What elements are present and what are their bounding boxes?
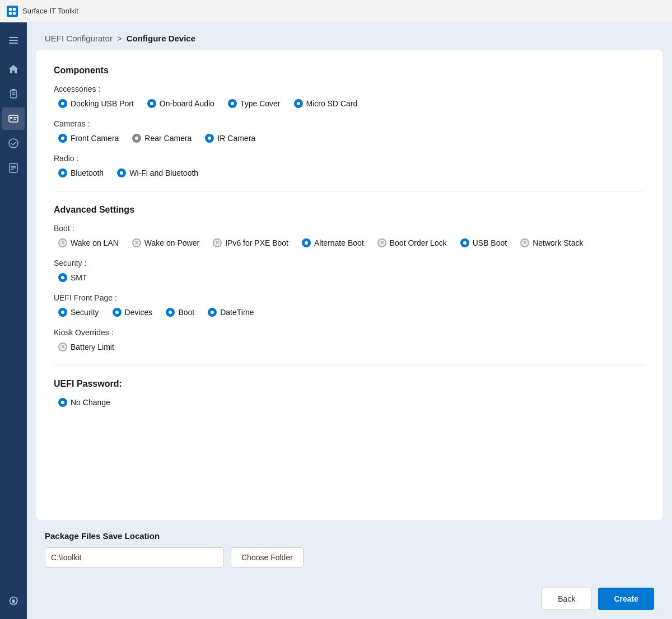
sidebar-item-settings[interactable] (2, 590, 25, 612)
components-section: Components Accessories : Docking USB Por… (54, 65, 645, 177)
label-battery-limit: Battery Limit (71, 343, 114, 351)
radio-micro-sd-card (294, 99, 303, 108)
uefi-front-page-group: UEFI Front Page : Security Devices Bo (54, 293, 645, 317)
label-boot-order-lock: Boot Order Lock (390, 238, 447, 247)
breadcrumb: UEFI Configurator > Configure Device (27, 22, 672, 50)
option-rear-camera[interactable]: Rear Camera (132, 134, 192, 143)
back-button[interactable]: Back (542, 588, 591, 610)
option-datetime-fp[interactable]: DateTime (208, 308, 254, 317)
label-usb-boot: USB Boot (473, 238, 507, 247)
create-button[interactable]: Create (598, 588, 654, 610)
bottom-section: Package Files Save Location Choose Folde… (27, 520, 672, 579)
save-location-title: Package Files Save Location (45, 531, 654, 541)
svg-rect-2 (9, 11, 12, 14)
label-front-camera: Front Camera (71, 134, 119, 143)
option-type-cover[interactable]: Type Cover (228, 99, 281, 108)
option-onboard-audio[interactable]: On-board Audio (147, 99, 214, 108)
option-boot-fp[interactable]: Boot (166, 308, 194, 317)
cameras-label: Cameras : (54, 119, 645, 128)
radio-onboard-audio (147, 99, 156, 108)
radio-rear-camera (132, 134, 141, 143)
cameras-group: Cameras : Front Camera Rear Camera IR (54, 119, 645, 143)
hamburger-menu[interactable] (2, 29, 25, 51)
breadcrumb-separator: > (117, 34, 122, 43)
option-smt[interactable]: SMT (58, 273, 87, 282)
label-security-fp: Security (71, 308, 99, 317)
radio-ipv6-pxe-boot: ✕ (213, 238, 222, 247)
sidebar-item-uefi[interactable] (2, 107, 25, 130)
label-rear-camera: Rear Camera (144, 134, 192, 143)
uefi-password-options: No Change (54, 398, 645, 407)
sidebar-item-home[interactable] (2, 58, 25, 81)
content-area: UEFI Configurator > Configure Device Com… (27, 22, 672, 619)
option-no-change[interactable]: No Change (58, 398, 110, 407)
svg-rect-1 (13, 7, 16, 10)
sidebar (0, 22, 27, 619)
kiosk-overrides-group: Kiosk Overrides : ✕ Battery Limit (54, 328, 645, 351)
radio-wake-on-lan: ✕ (58, 238, 67, 247)
label-smt: SMT (71, 273, 87, 282)
accessories-label: Accessories : (54, 85, 645, 93)
option-battery-limit[interactable]: ✕ Battery Limit (58, 343, 114, 351)
radio-options: Bluetooth Wi-Fi and Bluetooth (54, 168, 645, 177)
label-network-stack: Network Stack (533, 238, 583, 247)
option-wake-on-lan[interactable]: ✕ Wake on LAN (58, 238, 119, 247)
security-options: SMT (54, 273, 645, 282)
advanced-title: Advanced Settings (54, 205, 645, 215)
radio-security-fp (58, 308, 67, 317)
option-docking-usb-port[interactable]: Docking USB Port (58, 99, 134, 108)
title-bar: Surface IT Toolkit (0, 0, 672, 22)
label-datetime-fp: DateTime (220, 308, 254, 317)
option-bluetooth[interactable]: Bluetooth (58, 168, 104, 177)
boot-options: ✕ Wake on LAN ✕ Wake on Power ✕ IPv6 for… (54, 238, 645, 247)
label-docking-usb-port: Docking USB Port (71, 99, 134, 108)
breadcrumb-current: Configure Device (127, 34, 195, 43)
label-devices-fp: Devices (125, 308, 153, 317)
choose-folder-button[interactable]: Choose Folder (231, 547, 304, 568)
uefi-password-section: UEFI Password: No Change (54, 379, 645, 407)
svg-rect-6 (9, 43, 18, 44)
uefi-password-title: UEFI Password: (54, 379, 645, 389)
option-ir-camera[interactable]: IR Camera (205, 134, 255, 143)
divider-1 (54, 191, 645, 191)
option-usb-boot[interactable]: USB Boot (460, 238, 507, 247)
cameras-options: Front Camera Rear Camera IR Camera (54, 134, 645, 143)
main-card: Components Accessories : Docking USB Por… (36, 50, 663, 520)
accessories-group: Accessories : Docking USB Port On-board … (54, 85, 645, 108)
svg-rect-7 (11, 90, 16, 98)
svg-point-15 (9, 139, 18, 148)
option-network-stack[interactable]: ✕ Network Stack (520, 238, 583, 247)
option-micro-sd-card[interactable]: Micro SD Card (294, 99, 358, 108)
app-title: Surface IT Toolkit (22, 7, 78, 15)
app-icon (7, 6, 18, 17)
option-wake-on-power[interactable]: ✕ Wake on Power (132, 238, 199, 247)
action-row: Back Create (27, 579, 672, 619)
option-alternate-boot[interactable]: Alternate Boot (302, 238, 364, 247)
boot-group: Boot : ✕ Wake on LAN ✕ Wake on Power ✕ I (54, 224, 645, 247)
security-group: Security : SMT (54, 259, 645, 282)
svg-rect-11 (9, 115, 18, 122)
breadcrumb-link[interactable]: UEFI Configurator (45, 34, 113, 43)
label-ir-camera: IR Camera (217, 134, 255, 143)
sidebar-item-clipboard[interactable] (2, 83, 25, 105)
svg-rect-5 (9, 40, 18, 41)
radio-devices-fp (113, 308, 122, 317)
sidebar-item-deploy[interactable] (2, 132, 25, 154)
option-ipv6-pxe-boot[interactable]: ✕ IPv6 for PXE Boot (213, 238, 288, 247)
radio-type-cover (228, 99, 237, 108)
kiosk-overrides-options: ✕ Battery Limit (54, 343, 645, 351)
boot-label: Boot : (54, 224, 645, 233)
sidebar-item-reports[interactable] (2, 157, 25, 179)
radio-battery-limit: ✕ (58, 343, 67, 351)
radio-front-camera (58, 134, 67, 143)
option-wifi-bluetooth[interactable]: Wi-Fi and Bluetooth (117, 168, 198, 177)
option-devices-fp[interactable]: Devices (113, 308, 153, 317)
option-boot-order-lock[interactable]: ✕ Boot Order Lock (377, 238, 447, 247)
uefi-front-page-options: Security Devices Boot DateTime (54, 308, 645, 317)
option-security-fp[interactable]: Security (58, 308, 99, 317)
label-wifi-bluetooth: Wi-Fi and Bluetooth (129, 168, 198, 177)
path-input[interactable] (45, 547, 224, 568)
option-front-camera[interactable]: Front Camera (58, 134, 119, 143)
accessories-options: Docking USB Port On-board Audio Type Cov… (54, 99, 645, 108)
uefi-front-page-label: UEFI Front Page : (54, 293, 645, 302)
